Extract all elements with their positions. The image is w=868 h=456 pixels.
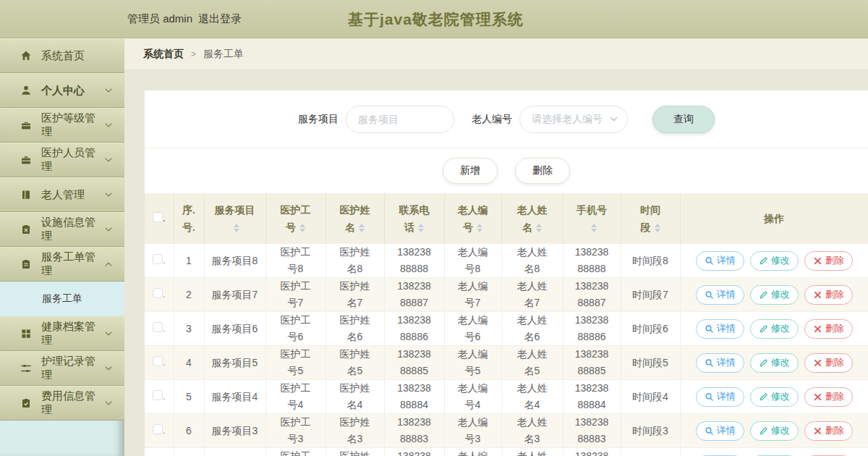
edit-row-button[interactable]: 修改 [750, 421, 799, 441]
edit-row-button[interactable]: 修改 [750, 251, 799, 271]
logout-link[interactable]: 退出登录 [198, 12, 242, 26]
detail-row-button[interactable]: 详情 [696, 319, 744, 339]
cell-staff_id: 医护工号8 [265, 244, 326, 278]
checkbox-marker: . [163, 291, 166, 298]
column-header-checkbox: . [145, 193, 174, 244]
detail-row-button[interactable]: 详情 [696, 387, 744, 407]
cell-elder_id: 老人编号3 [444, 414, 501, 448]
column-header-elder_name: 老人姓名 [501, 193, 563, 244]
sort-icon[interactable] [477, 224, 482, 232]
detail-row-button[interactable]: 详情 [696, 251, 744, 271]
sidebar-item-label: 医护等级管理 [41, 111, 104, 139]
sort-icon[interactable] [418, 224, 424, 232]
breadcrumb-home-link[interactable]: 系统首页 [143, 48, 184, 61]
column-header-staff_name: 医护姓名 [326, 193, 384, 244]
elder-id-select[interactable]: 请选择老人编号 [519, 106, 628, 133]
sidebar-item-2[interactable]: 医护等级管理 [0, 108, 124, 143]
chevron-down-icon [104, 121, 113, 130]
cell-elder_name: 老人姓名7 [501, 278, 563, 312]
user-info: 管理员 admin 退出登录 [127, 0, 242, 38]
checkbox-marker: . [163, 427, 166, 434]
cell-period: 时间段2 [621, 448, 680, 456]
edit-row-button[interactable]: 修改 [750, 285, 799, 305]
sort-icon[interactable] [234, 224, 239, 232]
sidebar-item-6[interactable]: 服务工单管理 [0, 247, 124, 282]
add-button[interactable]: 新增 [443, 158, 498, 184]
cell-elder_name: 老人姓名4 [501, 380, 563, 414]
sort-icon[interactable] [359, 224, 365, 232]
detail-row-button[interactable]: 详情 [696, 421, 744, 441]
column-header-actions: 操作 [680, 193, 868, 244]
delete-row-button[interactable]: 删除 [804, 319, 853, 339]
sidebar-item-0[interactable]: 系统首页 [0, 38, 124, 73]
table-row: .4服务项目5医护工号5医护姓名513823888885老人编号5老人姓名513… [145, 346, 868, 380]
cell-staff_id: 医护工号5 [265, 346, 326, 380]
project-input[interactable] [346, 106, 454, 133]
column-header-period: 时间段 [621, 193, 680, 244]
edit-row-button[interactable]: 修改 [750, 319, 799, 339]
cell-phone: 13823888888 [384, 244, 444, 278]
sort-icon[interactable] [536, 224, 542, 232]
cell-elder_id: 老人编号6 [444, 312, 501, 346]
edit-row-button[interactable]: 修改 [750, 387, 799, 407]
cell-staff_name: 医护姓名4 [326, 380, 384, 414]
sort-icon[interactable] [591, 224, 597, 232]
row-checkbox[interactable] [153, 288, 163, 298]
row-checkbox-cell: . [145, 380, 174, 414]
action-label: 详情 [717, 254, 736, 267]
action-label: 修改 [771, 254, 790, 267]
row-checkbox[interactable] [153, 356, 163, 366]
delete-button[interactable]: 删除 [515, 158, 570, 184]
x-icon [813, 392, 822, 402]
sidebar: 系统首页个人中心医护等级管理医护人员管理老人管理设施信息管理服务工单管理服务工单… [0, 38, 124, 456]
sidebar-item-label: 系统首页 [41, 49, 85, 63]
delete-row-button[interactable]: 删除 [804, 421, 853, 441]
chevron-up-icon [104, 260, 113, 269]
sort-icon[interactable] [655, 224, 660, 232]
cell-elder_name: 老人姓名3 [501, 414, 563, 448]
book-icon [20, 189, 32, 200]
sidebar-item-8[interactable]: 健康档案管理 [0, 316, 124, 351]
cell-phone: 13823888882 [384, 448, 444, 456]
delete-row-button[interactable]: 删除 [804, 285, 853, 305]
breadcrumb: 系统首页 > 服务工单 [124, 38, 868, 70]
detail-row-button[interactable]: 详情 [696, 353, 744, 373]
search-icon [705, 290, 714, 300]
sidebar-item-3[interactable]: 医护人员管理 [0, 143, 124, 177]
sidebar-item-label: 个人中心 [41, 84, 85, 98]
cell-staff_name: 医护姓名5 [326, 346, 384, 380]
x-icon [813, 290, 822, 300]
delete-row-button[interactable]: 删除 [804, 387, 853, 407]
delete-row-button[interactable]: 删除 [804, 251, 853, 271]
column-header-staff_id: 医护工号 [265, 193, 326, 244]
detail-row-button[interactable]: 详情 [696, 285, 744, 305]
sidebar-item-5[interactable]: 设施信息管理 [0, 212, 124, 247]
query-button[interactable]: 查询 [652, 106, 715, 133]
row-checkbox[interactable] [153, 254, 163, 264]
pencil-icon [759, 358, 768, 368]
column-header-label: 联系电话 [399, 204, 430, 233]
sidebar-item-10[interactable]: 费用信息管理 [0, 386, 124, 421]
column-header-label: 服务项目 [215, 204, 255, 216]
action-label: 删除 [825, 288, 844, 301]
row-checkbox[interactable] [153, 322, 163, 332]
sidebar-item-4[interactable]: 老人管理 [0, 177, 124, 212]
grid-icon [20, 328, 32, 339]
column-header-project: 服务项目 [204, 193, 265, 244]
sort-icon[interactable] [299, 224, 305, 232]
cell-mobile: 13823888887 [563, 278, 621, 312]
row-checkbox[interactable] [153, 424, 163, 434]
action-label: 删除 [825, 390, 844, 403]
row-checkbox[interactable] [153, 390, 163, 400]
edit-row-button[interactable]: 修改 [750, 353, 799, 373]
checkbox-marker: . [163, 257, 166, 264]
sidebar-item-9[interactable]: 护理记录管理 [0, 351, 124, 386]
sidebar-item-1[interactable]: 个人中心 [0, 73, 124, 108]
sidebar-item-label: 老人管理 [41, 188, 85, 202]
checkbox-marker: . [163, 359, 166, 366]
delete-row-button[interactable]: 删除 [804, 353, 853, 373]
column-header-label: 老人姓名 [517, 204, 548, 233]
select-all-checkbox[interactable] [153, 212, 163, 222]
sidebar-subitem-active[interactable]: 服务工单 [0, 282, 124, 316]
user-icon [20, 85, 32, 96]
